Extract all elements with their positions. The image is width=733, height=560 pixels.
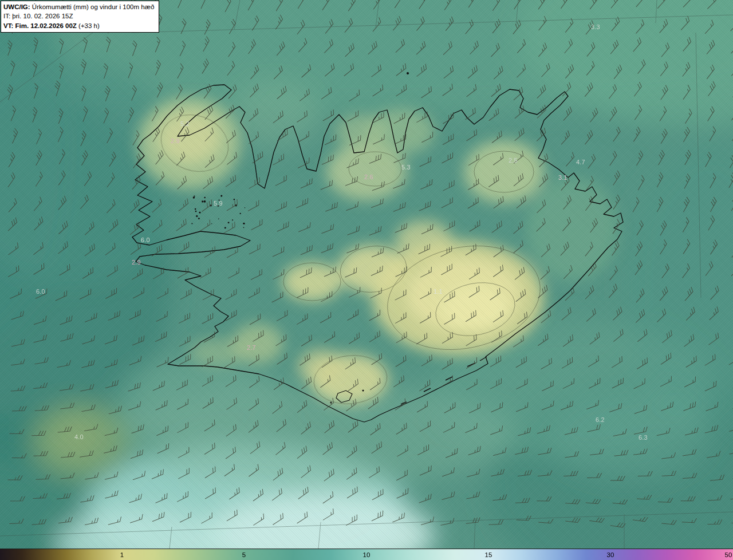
colorbar-tick-label: 1 [120, 551, 124, 558]
lead-time: (+33 h) [77, 22, 100, 29]
islet-dot [234, 199, 235, 200]
colorbar-tick-label: 10 [363, 551, 371, 558]
islet-dot [232, 219, 233, 220]
islet-dot [211, 223, 212, 224]
colorbar-tick-label: 15 [485, 551, 492, 558]
title-line: UWC/IG: Úrkomumætti (mm) og vindur i 100… [3, 2, 154, 11]
islet-dot [245, 207, 246, 208]
islet-dot [193, 196, 195, 198]
grimsey-island [407, 72, 409, 74]
forecast-info-box: UWC/IG: Úrkomumætti (mm) og vindur i 100… [1, 1, 159, 33]
islet-dot [199, 212, 201, 214]
islet-dot [218, 218, 219, 219]
islet-dot [220, 195, 222, 197]
islet-dot [195, 208, 196, 210]
islet-dot [218, 205, 219, 207]
islet-dot [198, 218, 200, 219]
islet-dot [204, 197, 206, 199]
islet-dot [204, 200, 206, 203]
islet-dot [228, 222, 230, 223]
colorbar-tick-label: 30 [607, 551, 614, 558]
islet-dot [191, 223, 192, 224]
model-name: UWC/IG: [3, 3, 30, 10]
islet-dot [196, 215, 198, 217]
valid-time: VT: Fim. 12.02.2026 00Z [3, 22, 77, 29]
islet-dot [224, 227, 226, 228]
islet-dot [219, 200, 220, 201]
colorbar: 1510153050 [0, 549, 733, 560]
valid-line: VT: Fim. 12.02.2026 00Z (+33 h) [3, 21, 154, 30]
islet-dot [195, 211, 197, 212]
weather-map: 3.35.22.95.32.62.54.73.15.96.02.96.01.12… [0, 0, 733, 560]
islet-dot [240, 213, 241, 214]
islet-dot [202, 200, 203, 202]
colorbar-tick-label: 5 [242, 551, 246, 558]
product-title: Úrkomumætti (mm) og vindur i 100m hæð [30, 3, 155, 10]
map-canvas [0, 0, 733, 549]
colorbar-tick-label: 50 [725, 551, 732, 558]
islet-dot [243, 227, 245, 228]
small-island [362, 390, 364, 392]
init-time: IT: þri. 10. 02. 2026 15Z [3, 11, 154, 21]
colorbar-tick-layer: 1510153050 [0, 549, 733, 560]
islet-dot [243, 223, 245, 224]
